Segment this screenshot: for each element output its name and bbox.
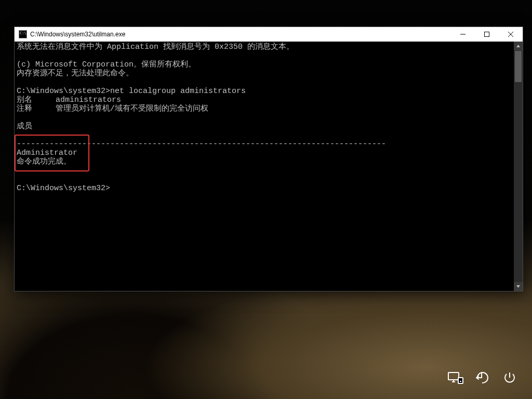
terminal-line: 内存资源不足，无法处理此命令。 (17, 69, 512, 78)
svg-rect-0 (485, 32, 489, 37)
terminal-line (17, 131, 512, 140)
terminal-line: 命令成功完成。 (17, 157, 512, 166)
terminal-line: ----------------------------------------… (17, 140, 512, 149)
login-system-icons (448, 370, 517, 385)
console-client-area: 系统无法在消息文件中为 Application 找到消息号为 0x2350 的消… (15, 42, 523, 291)
terminal-line: Administrator (17, 149, 512, 157)
terminal-line (17, 113, 512, 122)
terminal-line: 注释 管理员对计算机/域有不受限制的完全访问权 (17, 104, 512, 113)
terminal-line: (c) Microsoft Corporation。保留所有权利。 (17, 60, 512, 69)
terminal-line: C:\Windows\system32>net localgroup admin… (17, 87, 512, 96)
scroll-down-button[interactable] (514, 282, 523, 291)
window-title: C:\Windows\system32\utilman.exe (30, 31, 125, 38)
terminal-line (17, 175, 512, 184)
terminal-line: 成员 (17, 122, 512, 131)
terminal-line (17, 78, 512, 87)
scroll-thumb[interactable] (515, 51, 522, 82)
desktop-background: C:\Windows\system32\utilman.exe 系统无法在消息文… (0, 0, 532, 399)
terminal-line: C:\Windows\system32> (17, 184, 512, 193)
app-icon (19, 30, 27, 38)
maximize-button[interactable] (475, 27, 499, 42)
titlebar[interactable]: C:\Windows\system32\utilman.exe (15, 27, 523, 42)
power-icon[interactable] (502, 370, 517, 385)
network-icon[interactable] (448, 370, 463, 385)
ease-of-access-icon[interactable] (475, 370, 490, 385)
svg-rect-2 (458, 378, 463, 383)
terminal-output[interactable]: 系统无法在消息文件中为 Application 找到消息号为 0x2350 的消… (15, 42, 514, 291)
minimize-button[interactable] (451, 27, 475, 42)
svg-rect-1 (448, 373, 459, 380)
terminal-line: 别名 administrators (17, 96, 512, 104)
terminal-line (17, 51, 512, 60)
close-button[interactable] (499, 27, 523, 42)
terminal-line: 系统无法在消息文件中为 Application 找到消息号为 0x2350 的消… (17, 43, 512, 51)
scrollbar[interactable] (514, 42, 523, 291)
console-window: C:\Windows\system32\utilman.exe 系统无法在消息文… (14, 26, 523, 291)
terminal-line (17, 166, 512, 175)
scroll-up-button[interactable] (514, 42, 523, 50)
